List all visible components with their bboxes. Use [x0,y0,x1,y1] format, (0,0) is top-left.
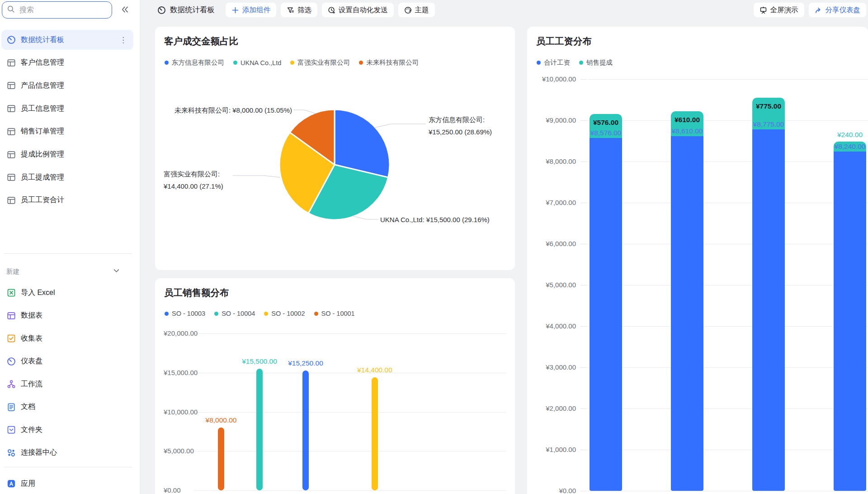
y-axis-tick-label: ¥10,000.00 [531,75,576,83]
sidebar-item-label: 工作流 [21,380,42,389]
filter-button[interactable]: 筛选 [281,3,317,17]
y-axis-tick-label: ¥20,000.00 [164,329,198,337]
sidebar-item-3[interactable]: 员工信息管理 [1,99,133,119]
table-icon [7,127,16,136]
y-axis-tick [580,326,587,327]
double-chevron-left-icon [121,5,130,16]
sidebar-item-label: 产品信息管理 [21,81,64,90]
gridline [588,79,868,80]
sidebar-item-label: 连接器中心 [21,448,57,457]
add-widget-label: 添加组件 [242,5,270,15]
salary-stacked-bar-chart: ¥10,000.00¥9,000.00¥8,000.00¥7,000.00¥6,… [527,27,868,494]
sidebar-create-item-4[interactable]: 工作流 [1,374,133,394]
pie-connector-lines [155,27,515,270]
gridline [588,203,868,203]
app-icon [7,479,16,488]
sidebar-item-label: 数据表 [21,311,42,320]
gridline [588,244,868,244]
search-input[interactable] [19,5,95,14]
y-axis-tick-label: ¥6,000.00 [531,240,576,247]
connect-icon [7,448,16,457]
sidebar-create-item-7[interactable]: 连接器中心 [1,443,133,463]
sidebar-create-item-0[interactable]: 导入 Excel [1,283,133,303]
sidebar: 数据统计看板 ⋮ 客户信息管理 产品信息管理 员工信息管理 销售订单管理 提成比… [0,0,140,494]
sidebar-item-label: 导入 Excel [21,288,55,298]
toolbar-right: 全屏演示 分享仪表盘 [754,3,867,17]
dashboard-app: 数据统计看板 ⋮ 客户信息管理 产品信息管理 员工信息管理 销售订单管理 提成比… [0,0,868,494]
sidebar-create-item-2[interactable]: 收集表 [1,328,133,348]
table-icon [7,81,16,90]
sidebar-create-item-5[interactable]: 文档 [1,397,133,417]
sidebar-create-item-3[interactable]: 仪表盘 [1,352,133,371]
gridline [194,490,506,491]
toolbar: 数据统计看板 添加组件 筛选 设置自动化发送 主题 [140,0,868,20]
stacked-bar-base-segment[interactable] [834,152,866,491]
bar[interactable] [302,370,309,490]
pie-label-weilai: 未来科技有限公司: ¥8,000.00 (15.05%) [164,104,292,116]
sidebar-item-label: 提成比例管理 [21,150,64,159]
sidebar-create-item-1[interactable]: 数据表 [1,306,133,326]
collapse-sidebar-button[interactable] [118,4,132,17]
sidebar-create-item-6[interactable]: 文件夹 [1,420,133,440]
gridline [194,333,506,334]
fullscreen-present-button[interactable]: 全屏演示 [754,3,804,17]
sidebar-item-4[interactable]: 销售订单管理 [1,122,133,142]
dashboard-title-text: 数据统计看板 [170,5,215,15]
folder-icon [7,425,16,434]
excel-icon [7,288,16,297]
search-icon [7,5,15,15]
automation-label: 设置自动化发送 [339,5,388,15]
sidebar-item-label: 客户信息管理 [21,58,64,67]
sidebar-item-6[interactable]: 员工提成管理 [1,167,133,187]
commission-value-label: ¥775.00 [744,102,793,110]
plus-icon [231,6,239,14]
sales-chart-card: 员工销售额分布 SO - 10003 SO - 10004 SO - 10002… [155,278,515,494]
y-axis-tick-label: ¥3,000.00 [531,363,576,371]
commission-value-label: ¥576.00 [581,119,631,127]
sidebar-item-apps[interactable]: 应用 [1,474,133,494]
gridline [588,326,868,327]
bar[interactable] [218,428,224,490]
y-axis-tick [580,367,587,368]
sidebar-divider [4,253,132,254]
add-widget-button[interactable]: 添加组件 [226,3,276,17]
y-axis-tick-label: ¥15,000.00 [164,369,198,376]
stacked-bar-base-segment[interactable] [671,136,703,491]
sales-bar-chart: ¥20,000.00¥15,000.00¥10,000.00¥5,000.00¥… [155,278,515,494]
presentation-icon [760,6,767,14]
sidebar-item-0[interactable]: 数据统计看板 ⋮ [1,30,133,50]
salary-value-label: ¥8,576.00 [580,129,632,137]
y-axis-tick-label: ¥9,000.00 [531,116,576,124]
sidebar-item-1[interactable]: 客户信息管理 [1,53,133,73]
more-options-icon[interactable]: ⋮ [119,35,127,45]
share-dashboard-button[interactable]: 分享仪表盘 [809,3,867,17]
sidebar-item-5[interactable]: 提成比例管理 [1,145,133,165]
y-axis-tick [580,162,587,162]
sidebar-item-label: 员工提成管理 [21,173,64,182]
y-axis-tick-label: ¥10,000.00 [164,408,198,416]
bar[interactable] [256,369,263,490]
gauge-icon [7,35,16,44]
gauge-icon [7,357,16,366]
sidebar-section-create[interactable]: 新建 [6,265,132,278]
sidebar-item-label: 文档 [21,402,35,412]
search-box[interactable] [2,1,112,19]
stacked-bar-base-segment[interactable] [590,138,622,491]
pie-chart-card: 客户成交金额占比 东方信息有限公司 UKNA Co.,Ltd 富强实业有限公司 … [155,27,515,270]
theme-button[interactable]: 主题 [398,3,435,17]
y-axis-tick [580,79,587,80]
share-icon [815,6,822,14]
theme-label: 主题 [415,5,429,15]
y-axis-tick [580,244,587,244]
automation-send-button[interactable]: 设置自动化发送 [322,3,394,17]
sidebar-item-2[interactable]: 产品信息管理 [1,76,133,95]
sidebar-item-7[interactable]: 员工工资合计 [1,190,133,210]
gridline [588,367,868,368]
stacked-bar-base-segment[interactable] [752,129,785,491]
bar[interactable] [372,377,378,490]
table-icon [7,58,16,67]
clock-arrow-icon [328,6,335,14]
gridline [194,412,506,413]
gauge-icon [157,6,166,14]
sidebar-item-label: 应用 [21,479,35,489]
